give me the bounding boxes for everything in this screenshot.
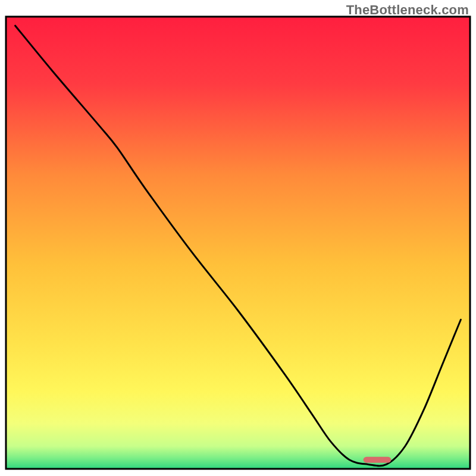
plot-background (6, 17, 470, 469)
watermark-label: TheBottleneck.com (346, 2, 469, 18)
chart-canvas: TheBottleneck.com (0, 0, 476, 476)
chart-svg (0, 0, 476, 476)
optimum-marker (364, 457, 392, 463)
